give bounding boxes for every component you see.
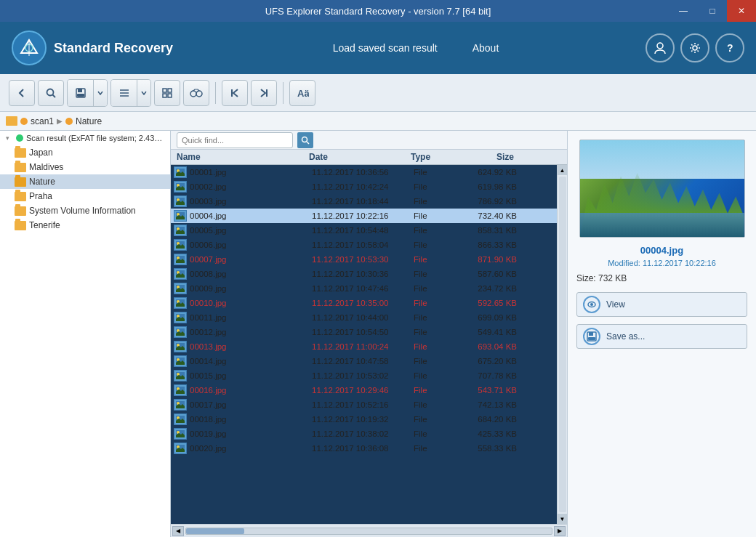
scan-result-label: Scan result (ExFAT file system; 2.43 GB … xyxy=(26,134,164,142)
file-thumbnail xyxy=(174,443,187,454)
file-row[interactable]: 00006.jpg 11.12.2017 10:58:04 File 866.3… xyxy=(171,238,557,252)
col-header-size[interactable]: Size xyxy=(454,152,520,162)
grid-view-button[interactable] xyxy=(154,80,180,106)
file-thumbnail xyxy=(174,239,187,251)
close-button[interactable]: ✕ xyxy=(727,0,756,22)
file-row[interactable]: 00007.jpg 11.12.2017 10:53:30 File 871.9… xyxy=(171,252,557,267)
minimize-button[interactable]: — xyxy=(669,0,698,22)
file-row[interactable]: 00008.jpg 11.12.2017 10:30:36 File 587.6… xyxy=(171,267,557,281)
file-date: 11.12.2017 10:30:36 xyxy=(312,270,414,278)
file-name: 00014.jpg xyxy=(190,357,312,366)
list-dropdown-button[interactable] xyxy=(137,80,150,106)
file-row[interactable]: 00014.jpg 11.12.2017 10:47:58 File 675.2… xyxy=(171,354,557,368)
load-scan-button[interactable]: Load saved scan result xyxy=(315,36,455,60)
file-row[interactable]: 00004.jpg 11.12.2017 10:22:16 File 732.4… xyxy=(171,209,557,223)
scroll-down-arrow[interactable]: ▼ xyxy=(558,514,568,524)
tree-item-tenerife[interactable]: Tenerife xyxy=(0,218,170,233)
save-button[interactable] xyxy=(68,80,94,106)
help-icon-button[interactable]: ? xyxy=(715,33,744,62)
title-bar-controls: — □ ✕ xyxy=(669,0,756,22)
file-row[interactable]: 00009.jpg 11.12.2017 10:47:46 File 234.7… xyxy=(171,281,557,296)
col-header-name[interactable]: Name xyxy=(171,152,309,162)
about-button[interactable]: About xyxy=(455,36,517,60)
file-row[interactable]: 00012.jpg 11.12.2017 10:54:50 File 549.4… xyxy=(171,325,557,339)
tree-item-praha[interactable]: Praha xyxy=(0,189,170,203)
separator2 xyxy=(283,82,284,104)
scroll-track[interactable] xyxy=(559,177,566,512)
file-list: 00001.jpg 11.12.2017 10:36:56 File 624.9… xyxy=(171,165,557,524)
file-type: File xyxy=(414,197,457,206)
list-view-button[interactable] xyxy=(111,80,137,106)
quick-find-input[interactable] xyxy=(177,132,293,148)
file-row[interactable]: 00013.jpg 11.12.2017 11:00:24 File 693.0… xyxy=(171,339,557,354)
file-type: File xyxy=(414,371,457,380)
breadcrumb-dot2-icon xyxy=(65,118,73,125)
svg-point-5 xyxy=(693,46,697,50)
tree-item-label: Praha xyxy=(29,191,52,201)
font-icon: Aä xyxy=(296,87,309,99)
next-icon xyxy=(258,87,270,99)
file-center: Name Date Type Size 00001.jpg 11.12.2017… xyxy=(171,131,567,537)
file-row[interactable]: 00002.jpg 11.12.2017 10:42:24 File 619.9… xyxy=(171,179,557,194)
file-type: File xyxy=(414,182,457,191)
file-type: File xyxy=(414,255,457,264)
file-size: 732.40 KB xyxy=(457,211,523,220)
search-button[interactable] xyxy=(38,80,64,106)
file-row[interactable]: 00015.jpg 11.12.2017 10:53:02 File 707.7… xyxy=(171,368,557,383)
image-icon xyxy=(176,198,185,205)
scroll-left-arrow[interactable]: ◀ xyxy=(172,526,184,536)
file-size: 684.20 KB xyxy=(457,415,523,424)
col-header-type[interactable]: Type xyxy=(411,152,454,162)
tree-item-japan[interactable]: Japan xyxy=(0,145,170,160)
save-as-button[interactable]: Save as... xyxy=(576,324,747,349)
file-row[interactable]: 00003.jpg 11.12.2017 10:18:44 File 786.9… xyxy=(171,194,557,209)
file-row[interactable]: 00020.jpg 11.12.2017 10:36:08 File 558.3… xyxy=(171,441,557,456)
file-thumbnail xyxy=(174,413,187,425)
prev-button[interactable] xyxy=(222,80,248,106)
settings-icon-button[interactable] xyxy=(680,33,709,62)
scroll-up-arrow[interactable]: ▲ xyxy=(558,165,568,175)
tree-item-system volume information[interactable]: System Volume Information xyxy=(0,203,170,218)
view-button[interactable]: View xyxy=(576,292,747,317)
file-name: 00013.jpg xyxy=(190,342,312,351)
folder-icon xyxy=(15,163,26,172)
file-row[interactable]: 00019.jpg 11.12.2017 10:38:02 File 425.3… xyxy=(171,427,557,441)
col-header-date[interactable]: Date xyxy=(309,152,411,162)
file-date: 11.12.2017 10:54:48 xyxy=(312,226,414,235)
user-icon-button[interactable] xyxy=(646,33,675,62)
svg-rect-11 xyxy=(77,94,84,97)
h-scroll-track[interactable] xyxy=(185,528,552,535)
back-button[interactable] xyxy=(9,80,35,106)
image-icon xyxy=(176,270,185,278)
file-row[interactable]: 00016.jpg 11.12.2017 10:29:46 File 543.7… xyxy=(171,383,557,397)
scan-result-item[interactable]: ▾ Scan result (ExFAT file system; 2.43 G… xyxy=(0,131,170,145)
main-wrapper: scan1 ▶ Nature ▾ Scan result (ExFAT file… xyxy=(0,112,756,537)
file-type: File xyxy=(414,386,457,395)
file-type: File xyxy=(414,444,457,453)
file-row[interactable]: 00017.jpg 11.12.2017 10:52:16 File 742.1… xyxy=(171,397,557,412)
quick-find-button[interactable] xyxy=(297,132,313,148)
file-row[interactable]: 00001.jpg 11.12.2017 10:36:56 File 624.9… xyxy=(171,165,557,179)
search-icon xyxy=(45,87,57,99)
horizontal-scrollbar[interactable]: ◀ ▶ xyxy=(171,524,567,537)
file-row[interactable]: 00018.jpg 11.12.2017 10:19:32 File 684.2… xyxy=(171,412,557,427)
breadcrumb-folder-icon xyxy=(6,116,17,126)
image-icon xyxy=(176,314,185,321)
breadcrumb-dot-icon xyxy=(20,118,28,125)
maximize-button[interactable]: □ xyxy=(698,0,727,22)
binoculars-button[interactable] xyxy=(183,80,209,106)
scroll-right-arrow[interactable]: ▶ xyxy=(554,526,566,536)
file-size: 619.98 KB xyxy=(457,182,523,191)
vertical-scrollbar[interactable]: ▲ ▼ xyxy=(557,165,567,524)
file-row[interactable]: 00005.jpg 11.12.2017 10:54:48 File 858.3… xyxy=(171,223,557,238)
tree-item-nature[interactable]: Nature xyxy=(0,174,170,189)
file-row[interactable]: 00011.jpg 11.12.2017 10:44:00 File 699.0… xyxy=(171,310,557,325)
image-icon xyxy=(176,183,185,190)
font-button[interactable]: Aä xyxy=(289,80,315,106)
file-row[interactable]: 00010.jpg 11.12.2017 10:35:00 File 592.6… xyxy=(171,296,557,310)
tree-item-label: System Volume Information xyxy=(29,206,136,216)
image-icon xyxy=(176,416,185,423)
tree-item-maldives[interactable]: Maldives xyxy=(0,160,170,174)
save-dropdown-button[interactable] xyxy=(94,80,107,106)
next-button[interactable] xyxy=(251,80,277,106)
